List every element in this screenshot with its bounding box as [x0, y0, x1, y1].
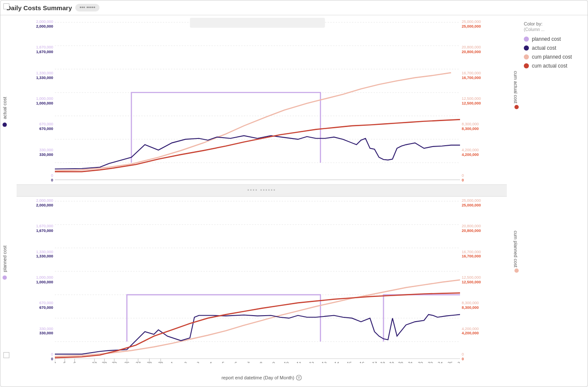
svg-text:1: 1 — [170, 361, 173, 363]
svg-text:6: 6 — [74, 361, 76, 363]
actual-cost-dot — [3, 123, 7, 127]
tick-1330000-bot: 1,330,0001,330,000 — [36, 250, 53, 259]
tick-2000000-bot: 2,000,0002,000,000 — [36, 198, 53, 208]
svg-text:16: 16 — [359, 361, 364, 363]
svg-text:23: 23 — [428, 361, 433, 363]
svg-text:14: 14 — [334, 361, 339, 363]
tick-330000-top: 330,000330,000 — [39, 148, 53, 157]
svg-text:8: 8 — [260, 361, 262, 363]
title-bar: Daily Costs Summary ••• ••••• — [0, 0, 588, 15]
filter-icon — [296, 375, 302, 381]
svg-text:19: 19 — [92, 361, 97, 363]
tick-1670000-bot: 1,670,0001,670,000 — [36, 224, 53, 233]
divider-label: •••• •••••• — [247, 187, 276, 193]
legend-item-planned-cost[interactable]: planned cost — [524, 36, 583, 42]
svg-rect-8 — [190, 18, 325, 28]
svg-text:5: 5 — [63, 361, 66, 363]
svg-text:3: 3 — [197, 361, 199, 363]
legend-area: Color by: (Column ... planned cost actua… — [520, 15, 588, 387]
svg-chart-bottom: 4 5 6 19 20 22 26 27 28 29 1 2 3 4 — [55, 197, 460, 363]
tick-670000-bot: 670,000670,000 — [39, 301, 53, 310]
title-pill: ••• ••••• — [75, 4, 99, 11]
svg-text:19: 19 — [389, 361, 394, 363]
rtick-42m-bot: 4,200,0004,200,000 — [462, 327, 479, 336]
x-axis-label: report end datetime (Day of Month) — [222, 375, 302, 381]
rtick-83m-bot: 8,300,0008,300,000 — [462, 301, 479, 310]
svg-text:28: 28 — [147, 361, 152, 363]
svg-text:7: 7 — [247, 361, 250, 363]
svg-text:4: 4 — [209, 361, 212, 363]
cum-planned-dot — [514, 268, 519, 273]
dashboard-container: Daily Costs Summary ••• ••••• actual cos… — [0, 0, 588, 387]
legend-item-cum-planned[interactable]: cum planned cost — [524, 54, 583, 60]
rtick-125m-bot: 12,500,00012,500,000 — [462, 275, 481, 285]
svg-text:21: 21 — [408, 361, 413, 363]
tick-1000000-bot: 1,000,0001,000,000 — [36, 275, 53, 285]
legend-label-cum-planned: cum planned cost — [532, 54, 572, 60]
legend-title: Color by: — [524, 21, 583, 26]
rtick-167m-bot: 16,700,00016,700,000 — [462, 250, 481, 259]
checkbox-top-left[interactable] — [3, 3, 9, 9]
y-axis-label-planned: planned cost — [2, 246, 7, 280]
tick-2000000-top: 2,000,0002,000,000 — [36, 20, 53, 29]
svg-text:20: 20 — [398, 361, 403, 363]
svg-text:17: 17 — [372, 361, 377, 363]
rtick-42m-top: 4,200,0004,200,000 — [462, 148, 479, 157]
svg-text:26: 26 — [125, 361, 130, 363]
tick-0-bot: 00 — [51, 352, 53, 362]
svg-text:12: 12 — [309, 361, 314, 363]
chart-panel-bottom: 2,000,0002,000,000 1,670,0001,670,000 1,… — [17, 197, 507, 363]
tick-330000-bot: 330,000330,000 — [39, 327, 53, 336]
svg-text:22: 22 — [112, 361, 117, 363]
svg-text:4: 4 — [55, 361, 56, 363]
svg-text:2: 2 — [184, 361, 187, 363]
svg-text:22: 22 — [418, 361, 423, 363]
chart-panel-top: 2,000,0002,000,000 1,670,0001,670,000 1,… — [17, 18, 507, 184]
legend-dot-cum-planned — [524, 54, 529, 59]
tick-0-top: 00 — [51, 173, 53, 183]
planned-cost-dot — [3, 275, 7, 280]
legend-subtitle: (Column ... — [524, 27, 583, 32]
legend-dot-planned-cost — [524, 37, 529, 42]
svg-text:20: 20 — [102, 361, 107, 363]
legend-label-planned-cost: planned cost — [532, 36, 561, 42]
rtick-25m-top: 25,000,00025,000,000 — [462, 20, 481, 29]
tick-1330000-top: 1,330,0001,330,000 — [36, 71, 53, 80]
y-axis-left-top: 2,000,0002,000,000 1,670,0001,670,000 1,… — [17, 18, 55, 184]
y-axis-label-actual: actual cost — [2, 97, 7, 127]
right-axis-area: cum actual cost cum planned cost — [507, 15, 520, 387]
right-axis-label-cum-planned: cum planned cost — [513, 231, 519, 273]
rtick-0-bot: 00 — [462, 352, 464, 362]
svg-chart-top — [55, 18, 460, 184]
svg-text:25: 25 — [448, 361, 453, 363]
y-axis-right-top: 25,000,00025,000,000 20,800,00020,800,00… — [460, 18, 507, 184]
svg-text:6: 6 — [235, 361, 237, 363]
svg-text:15: 15 — [347, 361, 352, 363]
legend-item-actual-cost[interactable]: actual cost — [524, 45, 583, 51]
rtick-25m-bot: 25,000,00025,000,000 — [462, 198, 481, 208]
svg-text:9: 9 — [273, 361, 275, 363]
tick-1670000-top: 1,670,0001,670,000 — [36, 45, 53, 54]
bottom-area: report end datetime (Day of Month) — [17, 363, 507, 384]
legend-label-cum-actual: cum actual cost — [532, 63, 567, 69]
tick-1000000-top: 1,000,0001,000,000 — [36, 96, 53, 106]
rtick-208m-top: 20,800,00020,800,000 — [462, 45, 481, 54]
main-content: actual cost planned cost 2,000,0002,000,… — [0, 15, 588, 387]
left-axis-area: actual cost planned cost — [0, 15, 17, 387]
chart-area: 2,000,0002,000,000 1,670,0001,670,000 1,… — [17, 15, 507, 387]
page-title: Daily Costs Summary — [6, 4, 72, 11]
legend-dot-cum-actual — [524, 63, 529, 68]
rtick-167m-top: 16,700,00016,700,000 — [462, 71, 481, 80]
legend-item-cum-actual[interactable]: cum actual cost — [524, 63, 583, 69]
cum-actual-dot — [514, 105, 519, 109]
svg-text:13: 13 — [321, 361, 327, 363]
tick-670000-top: 670,000670,000 — [39, 122, 53, 131]
svg-text:27: 27 — [136, 361, 141, 363]
svg-text:5: 5 — [222, 361, 224, 363]
svg-text:11: 11 — [296, 361, 301, 363]
svg-text:18: 18 — [380, 361, 385, 363]
svg-text:29: 29 — [158, 361, 163, 363]
y-axis-right-bottom: 25,000,00025,000,000 20,800,00020,800,00… — [460, 197, 507, 363]
right-axis-label-cum-actual: cum actual cost — [513, 71, 519, 109]
svg-text:10: 10 — [284, 361, 289, 363]
